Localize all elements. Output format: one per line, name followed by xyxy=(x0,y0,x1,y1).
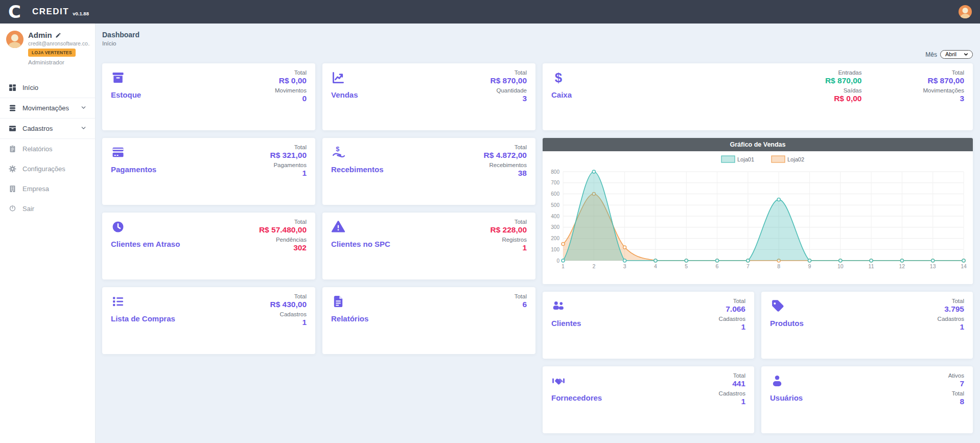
user-email: credit@anronsoftware.co... xyxy=(28,40,90,46)
stat-label: Total xyxy=(270,144,307,150)
stat-label: Total xyxy=(490,69,527,76)
stat-value: R$ 870,00 xyxy=(825,76,862,85)
stat-label: Registros xyxy=(490,237,527,243)
stat-value: 1 xyxy=(719,322,745,332)
stat-value: 1 xyxy=(938,322,964,332)
main-content: Dashboard Início Mês Abril Estoque xyxy=(96,24,980,443)
svg-text:Loja01: Loja01 xyxy=(737,156,754,162)
sidebar-item-label: Cadastros xyxy=(22,125,53,132)
card-lista-de-compras[interactable]: Lista de Compras Total R$ 430,00 Cadastr… xyxy=(102,287,315,354)
card-caixa[interactable]: $ Caixa Entradas R$ 870,00 Saídas R$ 0,0… xyxy=(543,63,973,130)
stat-value: 441 xyxy=(719,379,745,388)
stat-value: 302 xyxy=(259,243,307,252)
card-title: Lista de Compras xyxy=(111,314,175,323)
stat-value: R$ 4.872,00 xyxy=(484,151,527,160)
card-clientes[interactable]: Clientes Total 7.066 Cadastros 1 xyxy=(543,292,754,359)
stat-value: 3.795 xyxy=(938,305,964,314)
svg-text:$: $ xyxy=(555,71,562,85)
user-avatar[interactable] xyxy=(6,31,24,48)
stat-value: 3 xyxy=(490,94,527,103)
app-version: v0.1.88 xyxy=(73,11,89,16)
card-fornecedores[interactable]: Fornecedores Total 441 Cadastros 1 xyxy=(543,366,754,433)
stat-label: Total xyxy=(270,293,307,299)
svg-text:12: 12 xyxy=(899,263,905,269)
stat-label: Cadastros xyxy=(719,316,745,322)
card-title: Vendas xyxy=(331,90,358,99)
stat-label: Saídas xyxy=(825,87,862,94)
sidebar-item-label: Sair xyxy=(22,205,34,213)
clipboard-icon xyxy=(8,145,17,153)
topbar: C CREDIT v0.1.88 xyxy=(0,0,980,24)
tag-icon xyxy=(770,299,784,313)
user-name: Admin xyxy=(28,31,52,39)
chevron-down-icon xyxy=(80,125,87,133)
sidebar-item-movimentacoes[interactable]: Movimentações xyxy=(0,98,95,119)
sidebar-item-empresa[interactable]: Empresa xyxy=(0,179,95,199)
card-estoque[interactable]: Estoque Total R$ 0,00 Movimentos 0 xyxy=(102,63,315,130)
stat-value: 38 xyxy=(484,169,527,178)
stat-value: R$ 430,00 xyxy=(270,300,307,309)
card-title: Recebimentos xyxy=(331,165,384,174)
card-title: Clientes em Atraso xyxy=(111,240,180,248)
stat-value: R$ 321,00 xyxy=(270,151,307,160)
sidebar-item-label: Empresa xyxy=(22,185,49,193)
card-vendas[interactable]: Vendas Total R$ 870,00 Quantidade 3 xyxy=(322,63,535,130)
stat-value: 1 xyxy=(270,318,307,327)
card-usuarios[interactable]: Usuários Ativos 7 Total 8 xyxy=(761,366,973,433)
card-clientes-em-atraso[interactable]: Clientes em Atraso Total R$ 57.480,00 Pe… xyxy=(102,213,315,279)
clock-icon xyxy=(111,220,125,234)
card-produtos[interactable]: Produtos Total 3.795 Cadastros 1 xyxy=(761,292,973,359)
warning-icon xyxy=(331,220,345,234)
card-title: Estoque xyxy=(111,90,141,99)
stat-label: Total xyxy=(938,298,964,304)
svg-text:$: $ xyxy=(336,145,339,153)
gear-icon xyxy=(8,165,17,173)
card-clientes-no-spc[interactable]: Clientes no SPC Total R$ 228,00 Registro… xyxy=(322,213,535,279)
svg-text:13: 13 xyxy=(930,263,936,269)
stat-label: Cadastros xyxy=(938,316,964,322)
dollar-icon: $ xyxy=(551,71,566,85)
card-title: Usuários xyxy=(770,393,803,402)
sidebar-item-sair[interactable]: Sair xyxy=(0,199,95,219)
card-title: Fornecedores xyxy=(551,393,602,402)
card-title: Relatórios xyxy=(331,314,368,323)
card-recebimentos[interactable]: $ Recebimentos Total R$ 4.872,00 Recebim… xyxy=(322,138,535,205)
svg-text:10: 10 xyxy=(837,263,844,269)
stat-label: Entradas xyxy=(825,69,862,76)
sidebar-item-relatorios[interactable]: Relatórios xyxy=(0,139,95,159)
stat-label: Cadastros xyxy=(270,311,307,317)
grid-icon xyxy=(8,83,17,92)
sidebar: Admin credit@anronsoftware.co... LOJA VE… xyxy=(0,24,96,443)
topbar-avatar[interactable] xyxy=(959,5,972,18)
file-icon xyxy=(331,294,345,309)
stat-value: 7.066 xyxy=(719,305,745,314)
month-select[interactable]: Abril xyxy=(940,50,973,59)
card-title: Clientes no SPC xyxy=(331,240,390,248)
store-badge: LOJA VERTENTES xyxy=(28,49,76,57)
svg-text:400: 400 xyxy=(551,214,559,219)
user-block: Admin credit@anronsoftware.co... LOJA VE… xyxy=(0,24,95,71)
user-role: Administrador xyxy=(28,59,90,65)
stat-value: R$ 57.480,00 xyxy=(259,225,307,235)
svg-text:100: 100 xyxy=(551,247,559,252)
card-relatorios[interactable]: Relatórios Total 6 xyxy=(322,287,535,354)
sidebar-item-cadastros[interactable]: Cadastros xyxy=(0,119,95,139)
box-icon xyxy=(111,71,125,85)
stat-value: 1 xyxy=(270,169,307,178)
card-title: Caixa xyxy=(551,90,572,99)
stat-value: R$ 870,00 xyxy=(923,76,964,85)
sidebar-item-label: Configurações xyxy=(22,165,65,173)
card-pagamentos[interactable]: Pagamentos Total R$ 321,00 Pagamentos 1 xyxy=(102,138,315,205)
sidebar-item-configuracoes[interactable]: Configurações xyxy=(0,159,95,179)
svg-text:200: 200 xyxy=(551,236,559,241)
svg-text:8: 8 xyxy=(777,263,780,269)
edit-pencil-icon[interactable] xyxy=(55,32,61,38)
building-icon xyxy=(8,184,17,193)
svg-text:500: 500 xyxy=(551,202,559,208)
stat-label: Total xyxy=(923,69,964,76)
card-title: Clientes xyxy=(551,319,581,328)
stat-label: Ativos xyxy=(948,372,964,379)
stat-label: Total xyxy=(259,219,307,225)
stat-value: R$ 228,00 xyxy=(490,225,527,235)
sidebar-item-inicio[interactable]: Início xyxy=(0,78,95,98)
